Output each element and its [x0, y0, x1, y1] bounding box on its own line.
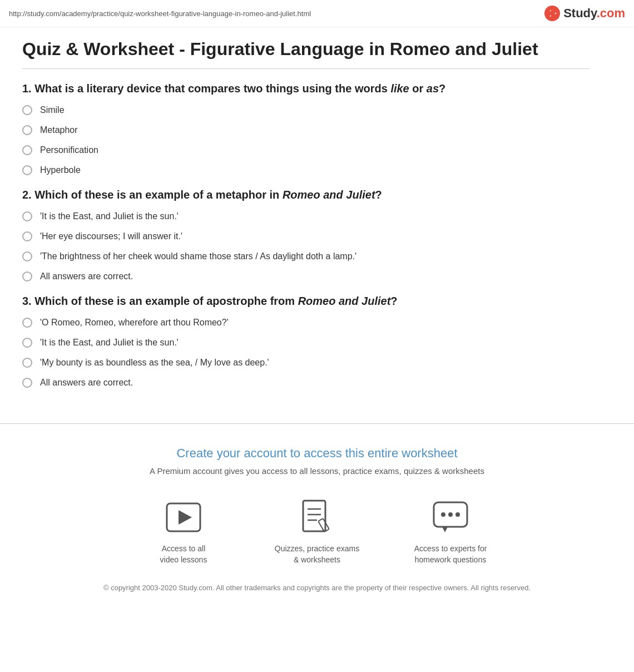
- q1-option-2[interactable]: Metaphor: [22, 125, 590, 135]
- logo-text: Study.com: [563, 6, 625, 21]
- url-bar: http://study.com/academy/practice/quiz-w…: [9, 9, 311, 18]
- svg-point-12: [441, 512, 445, 517]
- q2-radio-4[interactable]: [22, 271, 32, 281]
- q3-radio-1[interactable]: [22, 318, 32, 328]
- q2-option-2[interactable]: 'Her eye discourses; I will answer it.': [22, 231, 590, 241]
- q1-option-label-1: Simile: [40, 105, 65, 115]
- page-title: Quiz & Worksheet - Figurative Language i…: [22, 38, 590, 60]
- q2-option-label-4: All answers are correct.: [40, 271, 133, 281]
- q3-option-label-3: 'My bounty is as boundless as the sea, /…: [40, 358, 269, 368]
- question-1: 1. What is a literary device that compar…: [22, 82, 590, 175]
- q1-option-1[interactable]: Simile: [22, 105, 590, 115]
- q1-options: Simile Metaphor Personification Hyperbol…: [22, 105, 590, 175]
- q2-option-label-2: 'Her eye discourses; I will answer it.': [40, 231, 182, 241]
- icon-label-expert: Access to experts forhomework questions: [414, 543, 487, 565]
- q1-option-label-2: Metaphor: [40, 125, 78, 135]
- expert-icon: [431, 498, 470, 537]
- divider-top: [22, 68, 590, 69]
- page-content: Quiz & Worksheet - Figurative Language i…: [0, 27, 612, 423]
- q3-options: 'O Romeo, Romeo, wherefore art thou Rome…: [22, 318, 590, 388]
- q1-radio-2[interactable]: [22, 125, 32, 135]
- q3-label: 3. Which of these is an example of apost…: [22, 295, 298, 307]
- q1-or: or: [409, 82, 427, 95]
- quiz-icon: [298, 498, 336, 537]
- q2-option-label-3: 'The brightness of her cheek would shame…: [40, 251, 356, 261]
- top-bar: http://study.com/academy/practice/quiz-w…: [0, 0, 634, 27]
- svg-point-14: [455, 512, 460, 517]
- svg-point-13: [448, 512, 453, 517]
- q3-option-4[interactable]: All answers are correct.: [22, 378, 590, 388]
- footer-cta-subtitle: A Premium account gives you access to al…: [11, 466, 623, 476]
- q1-radio-4[interactable]: [22, 165, 32, 175]
- q1-option-label-4: Hyperbole: [40, 165, 81, 175]
- q2-radio-3[interactable]: [22, 251, 32, 261]
- svg-marker-4: [179, 510, 192, 525]
- q3-qmark: ?: [390, 295, 397, 307]
- icon-block-expert: Access to experts forhomework questions: [406, 498, 495, 565]
- q3-option-label-4: All answers are correct.: [40, 378, 133, 388]
- icon-label-video: Access to allvideo lessons: [160, 543, 207, 565]
- q3-italic: Romeo and Juliet: [298, 295, 391, 307]
- q2-qmark: ?: [375, 189, 382, 201]
- q2-radio-1[interactable]: [22, 211, 32, 221]
- q2-option-1[interactable]: 'It is the East, and Juliet is the sun.': [22, 211, 590, 221]
- footer-cta-title: Create your account to access this entir…: [11, 446, 623, 461]
- icon-block-video: Access to allvideo lessons: [139, 498, 228, 565]
- q1-qmark: ?: [439, 82, 445, 95]
- q3-option-label-2: 'It is the East, and Juliet is the sun.': [40, 338, 179, 348]
- q2-option-4[interactable]: All answers are correct.: [22, 271, 590, 281]
- q2-radio-2[interactable]: [22, 231, 32, 241]
- q3-option-3[interactable]: 'My bounty is as boundless as the sea, /…: [22, 358, 590, 368]
- q1-option-4[interactable]: Hyperbole: [22, 165, 590, 175]
- q1-option-3[interactable]: Personification: [22, 145, 590, 155]
- icon-block-quiz: Quizzes, practice exams& worksheets: [273, 498, 361, 565]
- q2-option-label-1: 'It is the East, and Juliet is the sun.': [40, 211, 179, 221]
- q2-options: 'It is the East, and Juliet is the sun.'…: [22, 211, 590, 281]
- q3-radio-2[interactable]: [22, 338, 32, 348]
- icon-label-quiz: Quizzes, practice exams& worksheets: [275, 543, 360, 565]
- q1-keyword-as: as: [427, 82, 439, 95]
- question-1-text: 1. What is a literary device that compar…: [22, 82, 590, 95]
- svg-point-2: [549, 11, 555, 16]
- q1-label: 1. What is a literary device that compar…: [22, 82, 390, 95]
- q3-radio-3[interactable]: [22, 358, 32, 368]
- question-3: 3. Which of these is an example of apost…: [22, 295, 590, 388]
- q1-option-label-3: Personification: [40, 145, 98, 155]
- question-3-text: 3. Which of these is an example of apost…: [22, 295, 590, 308]
- q1-radio-1[interactable]: [22, 105, 32, 115]
- q1-keyword-like: like: [390, 82, 409, 95]
- footer-section: Create your account to access this entir…: [0, 423, 634, 616]
- q3-option-1[interactable]: 'O Romeo, Romeo, wherefore art thou Rome…: [22, 318, 590, 328]
- q2-italic: Romeo and Juliet: [283, 189, 375, 201]
- question-2: 2. Which of these is an example of a met…: [22, 189, 590, 281]
- q3-option-label-1: 'O Romeo, Romeo, wherefore art thou Rome…: [40, 318, 229, 328]
- copyright: © copyright 2003-2020 Study.com. All oth…: [11, 582, 623, 594]
- q3-option-2[interactable]: 'It is the East, and Juliet is the sun.': [22, 338, 590, 348]
- icons-row: Access to allvideo lessons Quizzes, prac…: [11, 498, 623, 565]
- video-icon: [164, 498, 203, 537]
- q2-label: 2. Which of these is an example of a met…: [22, 189, 283, 201]
- q3-radio-4[interactable]: [22, 378, 32, 388]
- q1-radio-3[interactable]: [22, 145, 32, 155]
- study-com-logo-icon: [543, 4, 561, 22]
- question-2-text: 2. Which of these is an example of a met…: [22, 189, 590, 201]
- svg-rect-5: [303, 501, 325, 531]
- q2-option-3[interactable]: 'The brightness of her cheek would shame…: [22, 251, 590, 261]
- svg-marker-15: [442, 527, 448, 532]
- logo-area: Study.com: [543, 4, 625, 22]
